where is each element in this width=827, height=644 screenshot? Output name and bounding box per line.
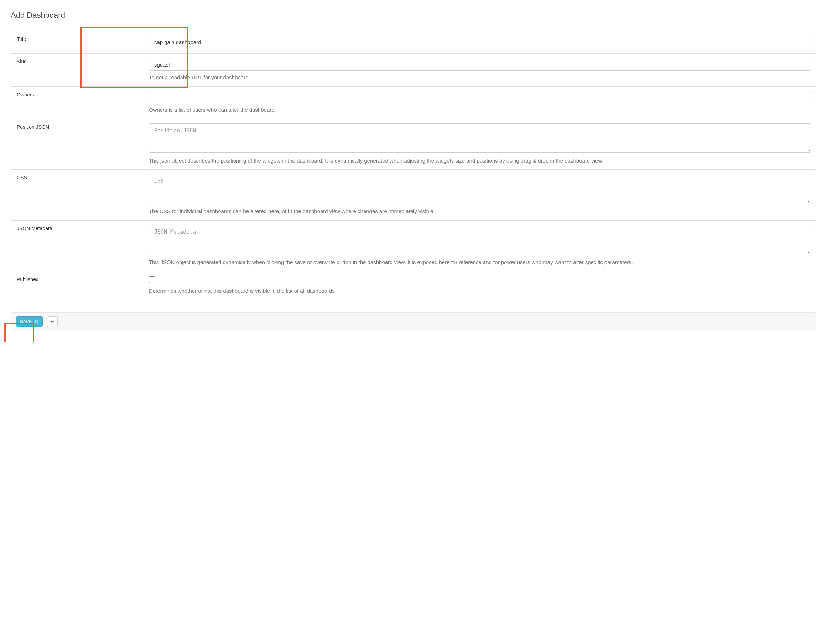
help-published: Determines whether or not this dashboard… <box>149 287 811 295</box>
footer-bar: SAVE <box>11 313 816 331</box>
save-button-label: SAVE <box>20 319 32 324</box>
help-css: The CSS for individual dashboards can be… <box>149 207 811 215</box>
slug-input[interactable] <box>149 58 811 71</box>
position-json-textarea[interactable] <box>149 123 811 152</box>
row-json-metadata: JSON Metadata This JSON object is genera… <box>11 221 816 271</box>
help-owners: Owners is a list of users who can alter … <box>149 106 811 114</box>
help-json-metadata: This JSON object is generated dynamicall… <box>149 258 811 266</box>
cell-owners: Owners is a list of users who can alter … <box>144 87 816 119</box>
row-css: CSS The CSS for individual dashboards ca… <box>11 170 816 221</box>
row-owners: Owners Owners is a list of users who can… <box>11 87 816 119</box>
row-position-json: Position JSON This json object describes… <box>11 119 816 170</box>
owners-input[interactable] <box>149 91 811 103</box>
cell-position-json: This json object describes the positioni… <box>144 119 816 170</box>
label-json-metadata: JSON Metadata <box>11 221 144 271</box>
arrow-left-icon <box>50 319 55 324</box>
dashboard-form: Title Slug To get a readable URL for you… <box>11 31 816 300</box>
label-position-json: Position JSON <box>11 119 144 170</box>
label-css: CSS <box>11 170 144 220</box>
cell-css: The CSS for individual dashboards can be… <box>144 170 816 220</box>
cell-published: Determines whether or not this dashboard… <box>144 271 816 300</box>
cell-slug: To get a readable URL for your dashboard <box>144 54 816 87</box>
title-input[interactable] <box>149 36 811 48</box>
save-icon <box>34 319 39 324</box>
row-slug: Slug To get a readable URL for your dash… <box>11 54 816 87</box>
cell-json-metadata: This JSON object is generated dynamicall… <box>144 221 816 271</box>
row-title: Title <box>11 31 816 54</box>
published-checkbox[interactable] <box>149 277 155 283</box>
help-slug: To get a readable URL for your dashboard <box>149 74 811 81</box>
label-title: Title <box>11 31 144 53</box>
css-textarea[interactable] <box>149 174 811 203</box>
save-button[interactable]: SAVE <box>16 316 43 327</box>
label-published: Published <box>11 271 144 300</box>
label-slug: Slug <box>11 54 144 87</box>
json-metadata-textarea[interactable] <box>149 225 811 254</box>
back-button[interactable] <box>47 316 58 327</box>
help-position-json: This json object describes the positioni… <box>149 157 811 165</box>
label-owners: Owners <box>11 87 144 119</box>
cell-title <box>144 31 816 53</box>
row-published: Published Determines whether or not this… <box>11 271 816 300</box>
page-title: Add Dashboard <box>11 11 816 22</box>
